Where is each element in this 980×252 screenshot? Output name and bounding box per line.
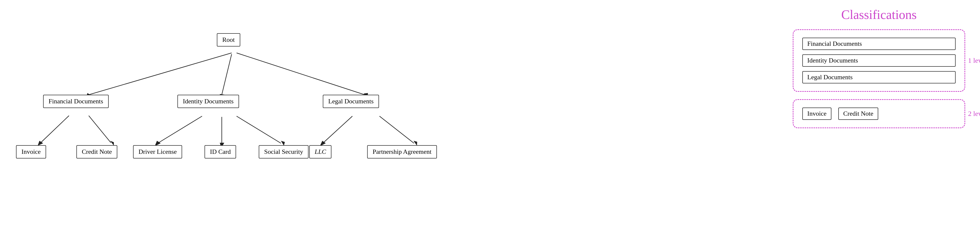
classifications-title: Classifications	[793, 7, 965, 22]
credit-note-node: Credit Note	[76, 145, 117, 158]
svg-line-16	[323, 116, 352, 143]
svg-line-6	[41, 116, 69, 143]
tree-connections	[0, 0, 739, 252]
svg-marker-9	[110, 141, 114, 146]
id-card-node: ID Card	[205, 145, 236, 158]
svg-line-8	[89, 116, 111, 143]
svg-line-2	[222, 54, 232, 95]
svg-line-10	[158, 116, 202, 143]
legal-documents-node: Legal Documents	[323, 95, 379, 108]
financial-documents-node: Financial Documents	[43, 95, 109, 108]
svg-line-4	[237, 53, 365, 95]
identity-documents-node: Identity Documents	[177, 95, 239, 108]
root-node: Root	[217, 33, 240, 46]
llc-node: LLC	[309, 145, 331, 158]
svg-marker-15	[281, 141, 285, 146]
class-financial-documents: Financial Documents	[802, 38, 956, 50]
class-legal-documents: Legal Documents	[802, 71, 956, 83]
svg-line-0	[89, 53, 232, 95]
level2-group: Invoice Credit Note 2 level	[793, 99, 965, 128]
class-identity-documents: Identity Documents	[802, 54, 956, 67]
tree-diagram: Root Financial Documents Identity Docume…	[0, 0, 739, 252]
classifications-panel: Classifications Financial Documents Iden…	[793, 7, 965, 136]
class-credit-note: Credit Note	[838, 108, 878, 120]
level1-group: Financial Documents Identity Documents L…	[793, 29, 965, 92]
level2-items: Invoice Credit Note	[801, 106, 957, 121]
svg-marker-19	[414, 141, 417, 146]
partnership-agreement-node: Partnership Agreement	[367, 145, 437, 158]
driver-license-node: Driver License	[133, 145, 182, 158]
level1-items: Financial Documents Identity Documents L…	[801, 36, 957, 85]
level2-label: 2 level	[968, 110, 980, 117]
invoice-node: Invoice	[16, 145, 46, 158]
level1-label: 1 level	[968, 57, 980, 65]
class-invoice: Invoice	[802, 108, 831, 120]
social-security-node: Social Security	[259, 145, 309, 158]
svg-line-14	[237, 116, 281, 143]
svg-line-18	[379, 116, 414, 143]
